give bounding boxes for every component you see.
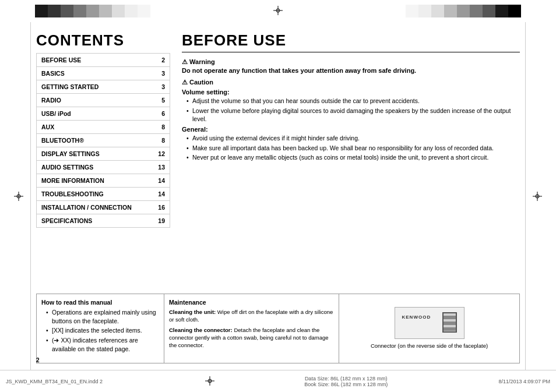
- warning-block: Warning Do not operate any function that…: [182, 58, 520, 74]
- footer-data-size-label: Data Size:: [305, 376, 329, 382]
- list-item: Operations are explained mainly using bu…: [46, 308, 159, 325]
- warning-bold-text: Do not operate any function that takes y…: [182, 67, 416, 74]
- cleaning-connector-label: Cleaning the connector:: [169, 327, 233, 333]
- contents-section: CONTENTS BEFORE USE2BASICS3GETTING START…: [36, 31, 170, 228]
- toc-page: 5: [161, 97, 165, 104]
- color-block: [99, 5, 112, 17]
- toc-row: SPECIFICATIONS19: [37, 214, 170, 227]
- toc-label: BEFORE USE: [41, 56, 81, 63]
- volume-bullets: Adjust the volume so that you can hear s…: [182, 97, 520, 123]
- crosshair-right-icon: [532, 190, 543, 202]
- list-item: (➜ XX) indicates references are availabl…: [46, 336, 159, 353]
- toc-row: AUDIO SETTINGS13: [37, 161, 170, 174]
- footer-filename: JS_KWD_KMM_BT34_EN_01_EN.indd 2: [6, 379, 142, 384]
- toc-page: 3: [161, 70, 165, 77]
- footer-crosshair: [142, 375, 279, 388]
- toc-label: MORE INFORMATION: [41, 177, 104, 184]
- color-block: [86, 5, 99, 17]
- toc-row: USB/ iPod6: [37, 107, 170, 121]
- caution-block: Caution Volume setting: Adjust the volum…: [182, 79, 520, 162]
- color-strip-left: [35, 5, 163, 17]
- warning-text: Do not operate any function that takes y…: [182, 67, 520, 74]
- color-block: [35, 5, 48, 17]
- caution-title: Caution: [182, 79, 520, 86]
- color-block: [444, 5, 457, 17]
- toc-page: 14: [158, 190, 165, 197]
- color-block: [73, 5, 86, 17]
- toc-row: MORE INFORMATION14: [37, 174, 170, 188]
- toc-label: AUDIO SETTINGS: [41, 164, 93, 171]
- color-strip-right: [393, 5, 521, 17]
- toc-label: USB/ iPod: [41, 110, 71, 117]
- how-to-title: How to read this manual: [41, 299, 159, 306]
- general-sub-title: General:: [182, 126, 520, 133]
- toc-label: AUX: [41, 123, 54, 130]
- toc-row: INSTALLATION / CONNECTION16: [37, 201, 170, 214]
- toc-row: TROUBLESHOOTING14: [37, 188, 170, 201]
- connector-box: KENWOOD Connector (on the reverse side o…: [339, 294, 520, 363]
- list-item: [XX] indicates the selected items.: [46, 326, 159, 335]
- color-block: [470, 5, 483, 17]
- toc-label: SPECIFICATIONS: [41, 217, 92, 224]
- toc-label: INSTALLATION / CONNECTION: [41, 204, 132, 211]
- margin-line-right: [525, 22, 526, 370]
- toc-page: 8: [161, 137, 165, 144]
- color-block: [150, 5, 163, 17]
- toc-label: BLUETOOTH®: [41, 137, 84, 144]
- color-block: [48, 5, 61, 17]
- footer-sizes: Data Size: 86L (182 mm x 128 mm) Book Si…: [278, 376, 414, 387]
- footer-data-size-value: 86L (182 mm x 128 mm): [330, 376, 388, 382]
- warning-title: Warning: [182, 58, 520, 66]
- toc-page: 2: [161, 56, 165, 63]
- page-number: 2: [36, 357, 40, 363]
- toc-page: 12: [158, 150, 165, 157]
- toc-page: 8: [161, 123, 165, 130]
- cleaning-connector-text: Cleaning the connector: Detach the facep…: [169, 326, 334, 349]
- color-block: [138, 5, 150, 17]
- color-block: [393, 5, 406, 17]
- how-to-box: How to read this manual Operations are e…: [36, 294, 164, 363]
- color-block: [457, 5, 470, 17]
- color-block: [495, 5, 508, 17]
- list-item: Lower the volume before playing digital …: [186, 107, 520, 123]
- toc-page: 3: [161, 83, 165, 90]
- connector-port-icon: [442, 312, 457, 333]
- toc-row: BLUETOOTH®8: [37, 134, 170, 147]
- footer-date: 8/11/2013 4:09:07 PM: [414, 379, 551, 384]
- footer-book-size-label: Book Size:: [304, 382, 329, 387]
- cleaning-unit-text: Cleaning the unit: Wipe off dirt on the …: [169, 308, 334, 324]
- maintenance-box: Maintenance Cleaning the unit: Wipe off …: [164, 294, 339, 363]
- toc-row: BASICS3: [37, 67, 170, 80]
- top-bar: [0, 0, 556, 22]
- toc-row: RADIO5: [37, 94, 170, 107]
- list-item: Make sure all important data has been ba…: [186, 144, 520, 153]
- toc-label: GETTING STARTED: [41, 83, 98, 90]
- general-bullets: Avoid using the external devices if it m…: [182, 134, 520, 162]
- contents-title: CONTENTS: [36, 31, 170, 50]
- before-use-section: BEFORE USE Warning Do not operate any fu…: [182, 31, 520, 163]
- maintenance-title: Maintenance: [169, 299, 334, 306]
- list-item: Avoid using the external devices if it m…: [186, 134, 520, 143]
- list-item: Adjust the volume so that you can hear s…: [186, 97, 520, 105]
- toc-row: AUX8: [37, 121, 170, 134]
- color-block: [112, 5, 125, 17]
- toc-label: RADIO: [41, 97, 61, 104]
- toc-label: BASICS: [41, 70, 65, 77]
- color-block: [125, 5, 138, 17]
- toc-label: DISPLAY SETTINGS: [41, 150, 100, 157]
- list-item: Never put or leave any metallic objects …: [186, 153, 520, 162]
- color-block: [418, 5, 431, 17]
- color-block: [61, 5, 73, 17]
- toc-page: 16: [158, 204, 165, 211]
- before-use-title: BEFORE USE: [182, 31, 520, 52]
- kenwood-brand: KENWOOD: [402, 315, 431, 320]
- toc-page: 6: [161, 110, 165, 117]
- bottom-boxes: How to read this manual Operations are e…: [36, 294, 520, 363]
- color-block: [431, 5, 444, 17]
- toc-page: 13: [158, 164, 165, 171]
- connector-image: KENWOOD: [395, 307, 464, 339]
- how-to-bullets: Operations are explained mainly using bu…: [41, 308, 159, 353]
- toc-row: GETTING STARTED3: [37, 80, 170, 94]
- toc-row: BEFORE USE2: [37, 54, 170, 67]
- crosshair-bottom-icon: [204, 375, 216, 387]
